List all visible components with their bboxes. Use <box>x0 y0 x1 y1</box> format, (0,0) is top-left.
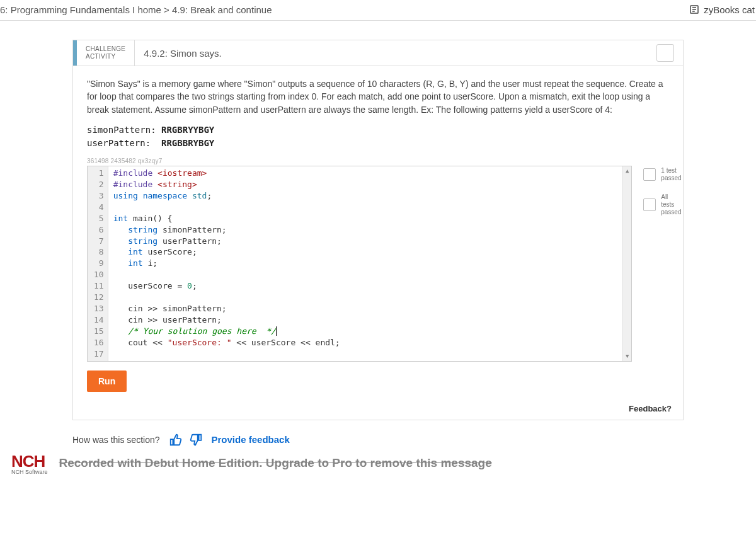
simon-value: RRGBRYYBGY <box>161 125 214 135</box>
tests-column: 1 testpassed All testspassed <box>643 166 683 362</box>
code-area[interactable]: #include <iostream> #include <string> us… <box>108 166 623 361</box>
activity-title: 4.9.2: Simon says. <box>135 43 656 64</box>
activity-card: CHALLENGE ACTIVITY 4.9.2: Simon says. "S… <box>72 40 684 420</box>
scroll-down-icon[interactable]: ▼ <box>626 352 629 360</box>
nch-brand: NCH NCH Software <box>11 452 48 475</box>
test-label-1: 1 testpassed <box>661 167 681 182</box>
breadcrumb[interactable]: 6: Programming Fundamentals I home > 4.9… <box>0 4 272 15</box>
feedback-link[interactable]: Feedback? <box>629 404 672 413</box>
content-wrap: CHALLENGE ACTIVITY 4.9.2: Simon says. "S… <box>0 21 756 447</box>
watermark-wrap: NCH NCH Software Recorded with Debut Hom… <box>0 452 756 475</box>
code-id: 361498 2435482 qx3zqy7 <box>73 158 683 166</box>
top-bar: 6: Programming Fundamentals I home > 4.9… <box>0 0 756 21</box>
run-button[interactable]: Run <box>87 371 127 392</box>
section-feedback: How was this section? Provide feedback <box>72 420 684 447</box>
simon-label: simonPattern: <box>87 125 156 135</box>
watermark-text: Recorded with Debut Home Edition. Upgrad… <box>59 456 492 470</box>
user-label: userPattern: <box>87 138 151 148</box>
feedback-row: Feedback? <box>73 397 683 420</box>
activity-label: CHALLENGE ACTIVITY <box>77 40 135 66</box>
activity-description: "Simon Says" is a memory game where "Sim… <box>87 78 669 116</box>
code-editor[interactable]: 1234567891011121314151617 #include <iost… <box>87 166 632 362</box>
feedback-thumbs <box>169 433 203 447</box>
catalog-icon <box>689 4 700 15</box>
user-value: RRGBBRYBGY <box>161 138 214 148</box>
provide-feedback-link[interactable]: Provide feedback <box>212 434 290 445</box>
activity-description-block: "Simon Says" is a memory game where "Sim… <box>73 66 683 158</box>
editor-row: 1234567891011121314151617 #include <iost… <box>73 166 683 362</box>
test-checkbox-1 <box>643 168 656 181</box>
activity-bookmark[interactable] <box>656 44 674 62</box>
section-feedback-question: How was this section? <box>72 435 160 445</box>
catalog-label: zyBooks cat <box>704 4 755 15</box>
test-status-all: All testspassed <box>643 193 683 216</box>
activity-header: CHALLENGE ACTIVITY 4.9.2: Simon says. <box>73 40 683 66</box>
editor-scrollbar[interactable]: ▲ ▼ <box>622 166 631 361</box>
activity-label-line1: CHALLENGE <box>86 45 125 53</box>
scroll-up-icon[interactable]: ▲ <box>626 166 629 175</box>
test-label-all: All testspassed <box>661 193 683 216</box>
nch-sub: NCH Software <box>11 469 48 475</box>
thumbs-down-icon[interactable] <box>189 433 203 447</box>
pattern-block: simonPattern: RRGBRYYBGY userPattern: RR… <box>87 124 669 150</box>
catalog-link[interactable]: zyBooks cat <box>689 4 756 15</box>
thumbs-up-icon[interactable] <box>169 433 183 447</box>
test-status-1: 1 testpassed <box>643 167 683 182</box>
test-checkbox-all <box>643 198 656 211</box>
activity-label-line2: ACTIVITY <box>86 53 125 60</box>
run-row: Run <box>73 362 683 397</box>
line-gutter: 1234567891011121314151617 <box>88 166 108 361</box>
